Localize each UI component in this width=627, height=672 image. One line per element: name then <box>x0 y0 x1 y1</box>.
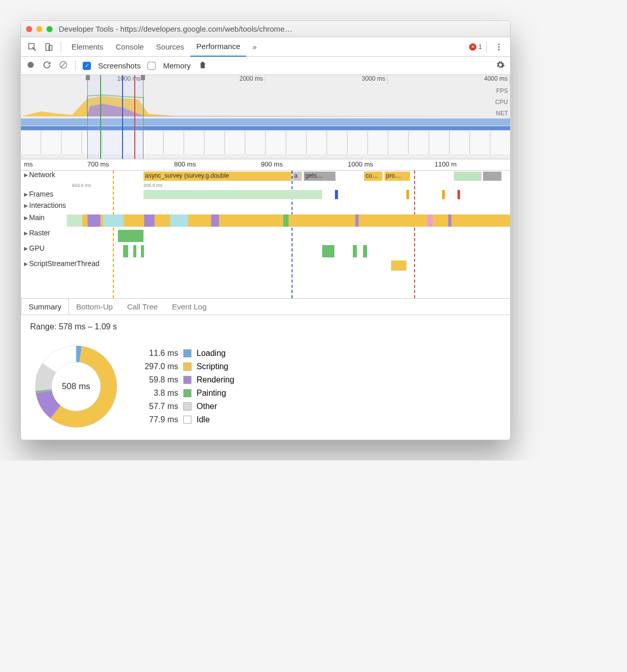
svg-rect-13 <box>144 214 154 227</box>
track-main[interactable]: ▶Main <box>21 213 510 229</box>
frame-time-2: 206.0 ms <box>143 183 162 188</box>
record-button[interactable] <box>26 60 35 71</box>
reload-button[interactable] <box>42 60 52 71</box>
track-raster[interactable]: ▶Raster <box>21 229 510 244</box>
dtab-eventlog[interactable]: Event Log <box>165 299 214 315</box>
tab-performance[interactable]: Performance <box>190 37 247 57</box>
details-tabs: Summary Bottom-Up Call Tree Event Log <box>21 299 510 315</box>
inspect-icon[interactable] <box>26 41 38 53</box>
svg-point-5 <box>498 49 500 50</box>
titlebar: Developer Tools - https://developers.goo… <box>21 21 510 37</box>
network-bar[interactable]: co… <box>364 172 382 181</box>
donut-total: 508 ms <box>30 341 122 433</box>
svg-line-8 <box>61 63 66 67</box>
details-pane: Summary Bottom-Up Call Tree Event Log Ra… <box>21 298 510 440</box>
network-bar[interactable] <box>483 172 501 181</box>
svg-point-4 <box>498 46 500 47</box>
track-gpu[interactable]: ▶GPU <box>21 244 510 259</box>
main-flame <box>67 213 510 228</box>
tab-elements[interactable]: Elements <box>65 37 110 57</box>
track-network[interactable]: ▶Network async_survey (survey.g.doubleag… <box>21 171 510 183</box>
close-icon[interactable] <box>26 26 32 32</box>
kebab-menu-icon[interactable] <box>493 41 505 53</box>
gear-icon[interactable] <box>496 60 505 71</box>
network-bar[interactable]: gets… <box>304 172 335 181</box>
marker-green <box>100 75 101 159</box>
timeline-ruler[interactable]: ms 700 ms 800 ms 900 ms 1000 ms 1100 m <box>21 159 510 171</box>
error-number: 1 <box>478 43 482 51</box>
svg-rect-20 <box>428 214 433 227</box>
svg-rect-21 <box>448 214 451 227</box>
tab-console[interactable]: Console <box>110 37 150 57</box>
dtab-bottomup[interactable]: Bottom-Up <box>69 299 120 315</box>
marker-red <box>134 75 135 159</box>
network-bar[interactable] <box>454 172 481 181</box>
svg-rect-17 <box>325 214 356 227</box>
flamechart-area[interactable]: ▶Network async_survey (survey.g.doubleag… <box>21 171 510 298</box>
legend-row: 77.9 msIdle <box>137 415 234 424</box>
legend-row: 3.8 msPainting <box>137 389 234 398</box>
svg-rect-16 <box>283 214 288 227</box>
performance-toolbar: ✓ Screenshots Memory <box>21 57 510 75</box>
svg-rect-10 <box>67 214 82 227</box>
error-count[interactable]: ✕ 1 <box>469 43 482 51</box>
minimize-icon[interactable] <box>36 26 42 32</box>
svg-rect-12 <box>103 214 124 227</box>
legend-row: 297.0 msScripting <box>137 362 234 371</box>
svg-point-6 <box>28 62 34 68</box>
zoom-icon[interactable] <box>46 26 53 32</box>
network-bar[interactable]: a <box>293 172 302 181</box>
svg-rect-15 <box>211 214 219 227</box>
error-icon: ✕ <box>469 43 476 51</box>
tab-sources[interactable]: Sources <box>150 37 190 57</box>
overview-pane[interactable]: 1000 ms 2000 ms 3000 ms 4000 ms FPS CPU … <box>21 75 510 159</box>
summary-legend: 11.6 msLoading297.0 msScripting59.8 msRe… <box>137 349 234 424</box>
summary-body: Range: 578 ms – 1.09 s 508 ms 11.6 msLoa… <box>21 315 510 440</box>
devtools-tabbar: Elements Console Sources Performance » ✕… <box>21 37 510 57</box>
screenshots-label: Screenshots <box>98 61 140 70</box>
track-interactions[interactable]: ▶Interactions <box>21 201 510 213</box>
frame-bar <box>143 190 322 199</box>
track-frames[interactable]: ▶Frames 603.6 ms 206.0 ms <box>21 183 510 201</box>
track-scriptstreamer[interactable]: ▶ScriptStreamerThread <box>21 259 510 275</box>
window-title: Developer Tools - https://developers.goo… <box>59 25 505 33</box>
memory-checkbox[interactable] <box>148 62 156 70</box>
network-bar[interactable]: async_survey (survey.g.double <box>143 172 292 181</box>
devtools-window: Developer Tools - https://developers.goo… <box>20 20 511 440</box>
range-text: Range: 578 ms – 1.09 s <box>30 322 501 331</box>
dtab-calltree[interactable]: Call Tree <box>120 299 165 315</box>
svg-rect-11 <box>87 214 100 227</box>
svg-point-3 <box>498 43 500 45</box>
more-tabs-icon[interactable]: » <box>246 37 262 57</box>
screenshots-checkbox[interactable]: ✓ <box>83 62 91 70</box>
network-bar[interactable]: pro… <box>384 172 410 181</box>
frame-time-1: 603.6 ms <box>72 183 91 188</box>
traffic-lights <box>26 26 53 32</box>
svg-rect-19 <box>376 214 397 227</box>
memory-label: Memory <box>163 61 190 70</box>
marker-blue <box>122 75 123 159</box>
legend-row: 57.7 msOther <box>137 402 234 411</box>
legend-row: 11.6 msLoading <box>137 349 234 358</box>
clear-button[interactable] <box>59 60 68 71</box>
trash-icon[interactable] <box>198 60 207 71</box>
legend-row: 59.8 msRendering <box>137 375 234 385</box>
dtab-summary[interactable]: Summary <box>21 298 69 315</box>
device-toggle-icon[interactable] <box>42 41 55 53</box>
svg-rect-14 <box>170 214 188 227</box>
summary-donut: 508 ms <box>30 341 122 433</box>
svg-rect-18 <box>355 214 358 227</box>
